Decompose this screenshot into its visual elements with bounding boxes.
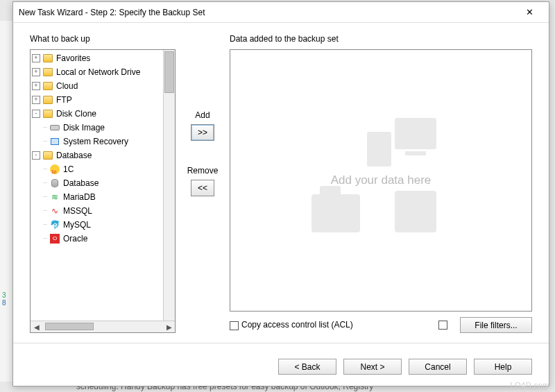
tree-connector: ┈ — [43, 162, 47, 176]
tree-toggle[interactable]: - — [32, 151, 40, 160]
svg-rect-8 — [400, 214, 413, 227]
tree-item-label: FTP — [56, 93, 72, 107]
close-button[interactable]: ✕ — [515, 3, 543, 22]
dialog-content: What to back up +Favorites+Local or Netw… — [13, 23, 549, 350]
remove-button[interactable]: << — [191, 180, 214, 196]
svg-rect-6 — [400, 196, 413, 209]
mssql-icon: ∿ — [49, 205, 60, 216]
tree-connector: ┈ — [43, 232, 47, 246]
tree-item-label: Disk Image — [63, 121, 105, 135]
watermark: LO4D.com — [510, 381, 549, 389]
disk-icon — [49, 122, 60, 133]
tree-item-label: Local or Network Drive — [56, 65, 140, 79]
backup-set-list[interactable]: Add your data here — [230, 49, 532, 312]
tree-item[interactable]: +Favorites — [31, 51, 175, 65]
tree-item[interactable]: -Disk Clone — [31, 107, 175, 121]
tree-item-label: Cloud — [56, 79, 78, 93]
source-tree[interactable]: +Favorites+Local or Network Drive+Cloud+… — [31, 50, 175, 321]
wizard-footer: < Back Next > Cancel Help — [13, 350, 549, 386]
bg-num: 8 — [0, 299, 12, 307]
folder-icon — [42, 80, 53, 92]
tree-item[interactable]: +Local or Network Drive — [31, 65, 175, 79]
tree-toggle[interactable]: + — [32, 68, 40, 76]
folder-icon — [42, 53, 53, 64]
tree-connector: ┈ — [43, 176, 47, 190]
filters-checkbox[interactable] — [438, 321, 447, 330]
tree-item[interactable]: ┈1C — [31, 162, 175, 176]
tree-item-label: MSSQL — [63, 204, 92, 218]
tree-item[interactable]: ┈Disk Image — [31, 121, 175, 135]
transfer-buttons: Add >> Remove << — [184, 34, 221, 333]
tree-connector: ┈ — [43, 135, 47, 148]
scroll-right-arrow[interactable]: ▶ — [163, 323, 175, 331]
tree-item[interactable]: ┈OOracle — [31, 232, 175, 246]
titlebar: New Task Wizard - Step 2: Specify the Ba… — [13, 2, 549, 23]
tree-toggle[interactable]: - — [32, 110, 40, 118]
vertical-scrollbar[interactable] — [163, 50, 175, 321]
dialog-window: New Task Wizard - Step 2: Specify the Ba… — [12, 1, 549, 386]
acl-checkbox-label[interactable]: Copy access control list (ACL) — [230, 320, 353, 330]
horizontal-scroll-track[interactable] — [42, 321, 163, 332]
horizontal-scrollbar[interactable]: ◀ ▶ — [31, 321, 175, 332]
tree-toggle[interactable]: + — [32, 54, 40, 62]
tree-connector: ┈ — [43, 190, 47, 204]
cancel-button[interactable]: Cancel — [409, 359, 467, 375]
svg-rect-5 — [395, 191, 436, 232]
help-button[interactable]: Help — [474, 359, 532, 375]
tree-item-label: Database — [63, 176, 99, 190]
destination-label: Data added to the backup set — [230, 34, 532, 45]
add-label: Add — [195, 110, 210, 120]
window-title: New Task Wizard - Step 2: Specify the Ba… — [19, 8, 515, 17]
tree-connector: ┈ — [43, 204, 47, 218]
tree-item[interactable]: ┈∿MSSQL — [31, 204, 175, 218]
svg-rect-0 — [395, 118, 436, 149]
bg-num: 3 — [0, 291, 12, 299]
tree-item[interactable]: +Cloud — [31, 79, 175, 93]
tree-item[interactable]: -Database — [31, 148, 175, 162]
tree-item[interactable]: ┈≋MariaDB — [31, 190, 175, 204]
onec-icon — [49, 164, 60, 175]
oracle-icon: O — [49, 233, 60, 244]
horizontal-scroll-thumb[interactable] — [45, 323, 94, 330]
svg-rect-9 — [418, 214, 431, 227]
tree-item[interactable]: ┈🐬MySQL — [31, 218, 175, 232]
maria-icon: ≋ — [49, 191, 60, 203]
folder-icon — [42, 94, 53, 105]
file-filters-button[interactable]: File filters... — [460, 317, 532, 333]
monitor-icon — [49, 136, 60, 147]
remove-label: Remove — [187, 166, 219, 176]
tree-item[interactable]: ┈System Recovery — [31, 135, 175, 148]
source-panel: What to back up +Favorites+Local or Netw… — [30, 34, 176, 333]
svg-rect-7 — [418, 196, 431, 209]
acl-checkbox[interactable] — [230, 321, 239, 330]
placeholder-text: Add your data here — [331, 173, 432, 187]
source-label: What to back up — [30, 34, 176, 45]
svg-rect-4 — [320, 186, 341, 196]
svg-rect-2 — [367, 132, 391, 167]
folder-icon — [42, 150, 53, 161]
svg-rect-3 — [311, 194, 360, 232]
folder-icon — [42, 67, 53, 78]
footer-separator — [13, 343, 549, 343]
tree-item-label: System Recovery — [63, 135, 128, 148]
tree-item-label: MySQL — [63, 218, 91, 232]
add-button[interactable]: >> — [191, 124, 214, 141]
tree-item-label: Favorites — [56, 51, 90, 65]
next-button[interactable]: Next > — [343, 359, 402, 375]
tree-item-label: MariaDB — [63, 190, 96, 204]
scroll-left-arrow[interactable]: ◀ — [31, 323, 42, 331]
source-tree-container: +Favorites+Local or Network Drive+Cloud+… — [30, 49, 176, 333]
vertical-scroll-thumb[interactable] — [164, 51, 174, 93]
tree-item-label: Database — [56, 148, 92, 162]
svg-rect-1 — [405, 151, 426, 155]
back-button[interactable]: < Back — [278, 359, 336, 375]
tree-toggle[interactable]: + — [32, 82, 40, 90]
tree-connector: ┈ — [43, 218, 47, 232]
db-icon — [49, 178, 60, 189]
tree-item-label: Disk Clone — [56, 107, 96, 121]
mysql-icon: 🐬 — [49, 219, 60, 230]
options-row: Copy access control list (ACL) File filt… — [230, 312, 532, 333]
tree-item[interactable]: +FTP — [31, 93, 175, 107]
tree-toggle[interactable]: + — [32, 96, 40, 104]
tree-item-label: 1C — [63, 162, 74, 176]
